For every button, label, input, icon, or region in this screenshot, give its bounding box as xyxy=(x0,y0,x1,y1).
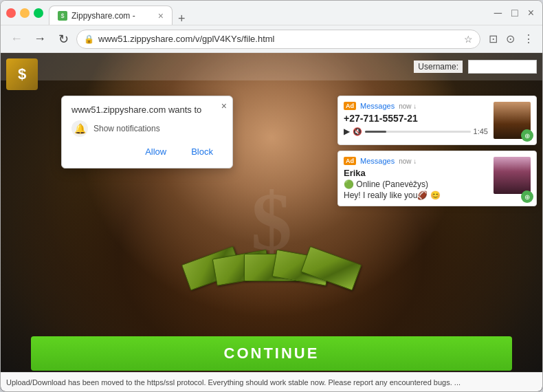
profile-button[interactable]: ⊙ xyxy=(503,31,518,47)
block-button[interactable]: Block xyxy=(181,144,223,160)
notification-title: www51.zippyshare.com wants to xyxy=(71,105,223,115)
notification-item-text: Show notifications xyxy=(93,124,160,133)
notification-close-button[interactable]: × xyxy=(221,100,227,111)
ad-badge-1: Ad xyxy=(344,102,356,110)
audio-track[interactable] xyxy=(365,131,471,133)
ad-name: Erika xyxy=(344,168,488,178)
page-content: $ $ Up Username: CONTINUE Upload xyxy=(1,53,542,391)
ad-time-1: now ↓ xyxy=(399,102,417,110)
tab-title: Zippyshare.com - xyxy=(71,11,154,21)
minimize-window-button[interactable]: ─ xyxy=(491,6,505,21)
logo-area: $ xyxy=(6,58,41,93)
ad-card-2[interactable]: Ad Messages now ↓ Erika 🟢 Online (Panevė… xyxy=(337,151,537,206)
ad-status: 🟢 Online (Panevėžys) xyxy=(344,179,488,189)
close-window-button[interactable]: × xyxy=(525,6,537,21)
ad-source-2: Messages xyxy=(360,157,395,165)
window-controls xyxy=(6,8,43,18)
ad-card-1-content: Ad Messages now ↓ +27-711-5557-21 ▶ 🔇 1:… xyxy=(344,102,488,139)
new-tab-button[interactable]: + xyxy=(173,12,191,25)
back-button[interactable]: ← xyxy=(6,29,27,50)
forward-button[interactable]: → xyxy=(30,29,50,50)
restore-window-button[interactable]: □ xyxy=(509,6,521,21)
window-close-button[interactable] xyxy=(6,8,16,18)
lock-icon: 🔒 xyxy=(84,34,94,44)
active-tab[interactable]: $ Zippyshare.com - × xyxy=(49,6,173,25)
url-text: www51.zippyshare.com/v/gplV4KYs/file.htm… xyxy=(98,34,460,44)
ad-card-1[interactable]: Ad Messages now ↓ +27-711-5557-21 ▶ 🔇 1:… xyxy=(337,96,537,145)
ad-person-image-2 xyxy=(494,157,531,194)
tab-bar: $ Zippyshare.com - × + xyxy=(49,1,491,25)
window-maximize-button[interactable] xyxy=(34,8,43,18)
ad-source-1: Messages xyxy=(360,102,395,110)
username-label: Username: xyxy=(414,61,463,73)
money-bills xyxy=(168,254,375,336)
title-bar: $ Zippyshare.com - × + ─ □ × xyxy=(1,1,542,25)
refresh-button[interactable]: ↻ xyxy=(53,29,74,50)
volume-icon: 🔇 xyxy=(353,127,362,136)
notification-buttons: Allow Block xyxy=(71,144,223,160)
tab-favicon: $ xyxy=(58,11,67,21)
notification-popup: × www51.zippyshare.com wants to 🔔 Show n… xyxy=(61,96,233,168)
logo-box: $ xyxy=(6,58,38,90)
toolbar: ← → ↻ 🔒 www51.zippyshare.com/v/gplV4KYs/… xyxy=(1,25,542,53)
ad-thumb-2 xyxy=(494,157,531,194)
tab-close-button[interactable]: × xyxy=(158,10,164,21)
cast-button[interactable]: ⊡ xyxy=(486,31,500,47)
ad-phone: +27-711-5557-21 xyxy=(344,113,488,124)
ad-time-2: now ↓ xyxy=(399,157,417,165)
top-overlay-bar: $ Up Username: xyxy=(1,53,542,80)
ad-card-2-header: Ad Messages now ↓ xyxy=(344,157,488,165)
ad-card-1-header: Ad Messages now ↓ xyxy=(344,102,488,110)
ad-audio-bar: ▶ 🔇 1:45 xyxy=(344,127,488,136)
ad-settings-button-1[interactable]: ⊕ xyxy=(521,129,533,142)
address-bar[interactable]: 🔒 www51.zippyshare.com/v/gplV4KYs/file.h… xyxy=(76,30,480,49)
audio-time: 1:45 xyxy=(474,127,488,135)
status-bar: Upload/Download has been moved to the ht… xyxy=(1,372,542,391)
continue-button[interactable]: CONTINUE xyxy=(31,336,512,371)
title-bar-right: ─ □ × xyxy=(491,6,537,21)
play-icon[interactable]: ▶ xyxy=(344,127,350,136)
status-text: Upload/Download has been moved to the ht… xyxy=(6,378,461,386)
username-input[interactable] xyxy=(468,60,537,74)
ad-settings-button-2[interactable]: ⊕ xyxy=(521,190,533,203)
ad-message: Hey! I really like you🏈 😊 xyxy=(344,190,488,200)
window-minimize-button[interactable] xyxy=(20,8,30,18)
bell-icon: 🔔 xyxy=(71,120,88,137)
ad-badge-2: Ad xyxy=(344,157,356,165)
ad-card-2-content: Ad Messages now ↓ Erika 🟢 Online (Panevė… xyxy=(344,157,488,200)
bookmark-icon[interactable]: ☆ xyxy=(464,34,473,45)
logo-icon: $ xyxy=(18,65,26,83)
menu-button[interactable]: ⋮ xyxy=(520,31,537,47)
allow-button[interactable]: Allow xyxy=(135,144,176,160)
audio-progress xyxy=(365,131,386,133)
toolbar-right: ⊡ ⊙ ⋮ xyxy=(486,31,537,47)
notification-item: 🔔 Show notifications xyxy=(71,120,223,137)
browser-window: $ Zippyshare.com - × + ─ □ × ← → ↻ 🔒 www… xyxy=(0,0,543,392)
ad-panel: Ad Messages now ↓ +27-711-5557-21 ▶ 🔇 1:… xyxy=(337,96,537,206)
